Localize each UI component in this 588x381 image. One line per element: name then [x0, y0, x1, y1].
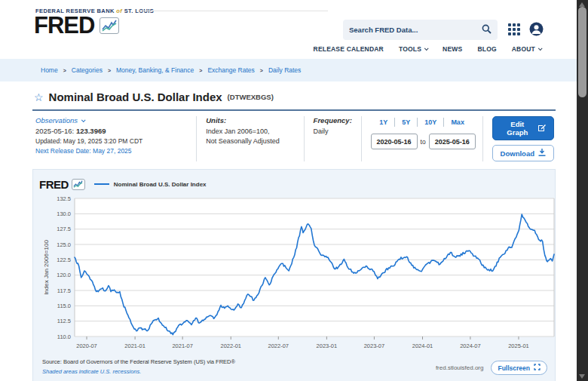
- chevron-down-icon: [538, 46, 543, 51]
- svg-text:2020-07: 2020-07: [76, 343, 97, 349]
- meta-row: Observations 2025-05-16: 123.3969 Update…: [32, 111, 556, 167]
- nav-item-tools[interactable]: TOOLS: [399, 45, 427, 53]
- svg-text:2024-01: 2024-01: [412, 343, 433, 349]
- chart-brand-text: FRED: [39, 178, 69, 191]
- user-account-icon[interactable]: [529, 22, 544, 36]
- breadcrumb-separator: >: [260, 68, 263, 73]
- scrollbar-thumb[interactable]: [578, 7, 586, 97]
- chart-panel: FRED Nominal Broad U.S. Dollar Index 110…: [32, 169, 556, 381]
- svg-text:120.0: 120.0: [57, 272, 71, 278]
- svg-text:2021-01: 2021-01: [124, 343, 145, 349]
- svg-text:2023-07: 2023-07: [364, 343, 385, 349]
- date-from-input[interactable]: [371, 134, 418, 149]
- recession-note-link[interactable]: Shaded areas indicate U.S. recessions.: [42, 368, 235, 375]
- fred-logo-chart-icon: [100, 17, 119, 34]
- fullscreen-button[interactable]: Fullscreen: [491, 361, 547, 375]
- breadcrumb-link[interactable]: Categories: [72, 66, 103, 74]
- svg-text:2021-07: 2021-07: [172, 343, 193, 349]
- svg-text:122.5: 122.5: [57, 257, 71, 263]
- vertical-scrollbar[interactable]: [577, 0, 588, 381]
- breadcrumb-separator: >: [63, 68, 66, 73]
- page: FEDERAL RESERVE BANK of ST. LOUIS FRED: [0, 0, 577, 381]
- svg-text:2025-01: 2025-01: [508, 343, 529, 349]
- breadcrumb-separator: >: [108, 68, 111, 73]
- frequency-label: Frequency:: [314, 116, 352, 124]
- svg-text:125.0: 125.0: [57, 241, 71, 248]
- svg-text:127.5: 127.5: [57, 226, 71, 232]
- svg-text:117.5: 117.5: [57, 287, 71, 294]
- latest-observation-value: 123.3969: [76, 127, 106, 135]
- download-button[interactable]: Download: [492, 145, 554, 161]
- breadcrumb-band: Home>Categories>Money, Banking, & Financ…: [0, 59, 577, 81]
- observations-column: Observations 2025-05-16: 123.3969 Update…: [32, 116, 196, 161]
- breadcrumb-separator: >: [199, 68, 202, 73]
- fullscreen-icon: [534, 364, 541, 372]
- nav-item-release-calendar[interactable]: RELEASE CALENDAR: [314, 45, 384, 53]
- download-label: Download: [501, 149, 534, 158]
- chart-legend: Nominal Broad U.S. Dollar Index: [94, 181, 207, 188]
- chart-fred-brand: FRED: [39, 178, 85, 191]
- edit-graph-label: Edit Graph: [501, 120, 534, 137]
- watermark: fred.stlouisfed.org: [436, 364, 484, 371]
- actions-column: Edit Graph Download: [482, 116, 556, 161]
- units-line1: Index Jan 2006=100,: [206, 127, 294, 137]
- svg-text:2022-07: 2022-07: [268, 343, 289, 349]
- range-links: 1Y5Y10YMax: [371, 118, 473, 127]
- fred-logo-text: FRED: [34, 14, 94, 37]
- chart-source: Source: Board of Governors of the Federa…: [42, 358, 235, 365]
- svg-text:112.5: 112.5: [57, 318, 71, 324]
- updated-timestamp: Updated: May 19, 2025 3:20 PM CDT: [35, 137, 187, 145]
- svg-text:Index Jan 2006=100: Index Jan 2006=100: [43, 240, 50, 295]
- legend-line-swatch: [94, 183, 109, 186]
- date-to-input[interactable]: [429, 134, 476, 149]
- breadcrumb-link[interactable]: Daily Rates: [268, 66, 301, 74]
- apps-grid-icon[interactable]: [508, 23, 521, 36]
- frequency-column: Frequency: Daily: [304, 116, 361, 161]
- chevron-down-icon: [81, 118, 86, 122]
- download-icon: [538, 149, 546, 158]
- units-line2: Not Seasonally Adjusted: [206, 137, 294, 146]
- breadcrumb: Home>Categories>Money, Banking, & Financ…: [41, 66, 301, 74]
- observations-label: Observations: [35, 116, 78, 124]
- svg-text:130.0: 130.0: [57, 210, 71, 217]
- nav-item-about[interactable]: ABOUT: [512, 45, 541, 53]
- next-release-link[interactable]: Next Release Date: May 27, 2025: [35, 147, 187, 155]
- search-bar: [343, 20, 498, 40]
- nav-item-blog[interactable]: BLOG: [477, 45, 496, 53]
- nav-item-news[interactable]: NEWS: [443, 45, 462, 53]
- line-chart[interactable]: 110.0112.5115.0117.5120.0122.5125.0127.5…: [39, 194, 555, 357]
- svg-text:115.0: 115.0: [57, 303, 71, 309]
- units-column: Units: Index Jan 2006=100, Not Seasonall…: [196, 116, 303, 161]
- page-title: Nominal Broad U.S. Dollar Index: [49, 91, 222, 103]
- search-input[interactable]: [349, 26, 482, 34]
- range-max-link[interactable]: Max: [444, 118, 471, 126]
- fullscreen-label: Fullscreen: [498, 364, 530, 372]
- observations-dropdown[interactable]: Observations: [35, 116, 187, 124]
- fred-logo[interactable]: FRED: [34, 14, 119, 37]
- main-content: ☆ Nominal Broad U.S. Dollar Index (DTWEX…: [0, 81, 528, 381]
- main-nav: RELEASE CALENDARTOOLSNEWSBLOGABOUT: [314, 45, 541, 53]
- search-icon[interactable]: [482, 23, 492, 37]
- site-header: FEDERAL RESERVE BANK of ST. LOUIS FRED: [0, 0, 577, 59]
- range-10y-link[interactable]: 10Y: [418, 118, 443, 126]
- favorite-star-icon[interactable]: ☆: [34, 92, 44, 103]
- latest-observation: 2025-05-16: 123.3969: [35, 127, 187, 135]
- svg-text:2022-01: 2022-01: [220, 343, 241, 349]
- scroll-down-icon[interactable]: [579, 374, 585, 379]
- units-label: Units:: [206, 116, 294, 124]
- latest-observation-date: 2025-05-16:: [35, 127, 74, 135]
- breadcrumb-link[interactable]: Exchange Rates: [207, 66, 254, 74]
- edit-graph-button[interactable]: Edit Graph: [492, 116, 554, 140]
- range-column: 1Y5Y10YMax to: [361, 116, 482, 161]
- chevron-down-icon: [424, 46, 429, 51]
- to-label: to: [421, 138, 426, 146]
- edit-pencil-icon: [538, 124, 546, 133]
- range-1y-link[interactable]: 1Y: [372, 118, 394, 126]
- legend-label: Nominal Broad U.S. Dollar Index: [114, 181, 207, 188]
- breadcrumb-link[interactable]: Money, Banking, & Finance: [116, 66, 194, 74]
- chart-brand-icon: [72, 179, 85, 190]
- series-id: (DTWEXBGS): [228, 93, 274, 101]
- range-5y-link[interactable]: 5Y: [395, 118, 417, 126]
- svg-text:110.0: 110.0: [57, 333, 71, 340]
- breadcrumb-link[interactable]: Home: [41, 66, 58, 74]
